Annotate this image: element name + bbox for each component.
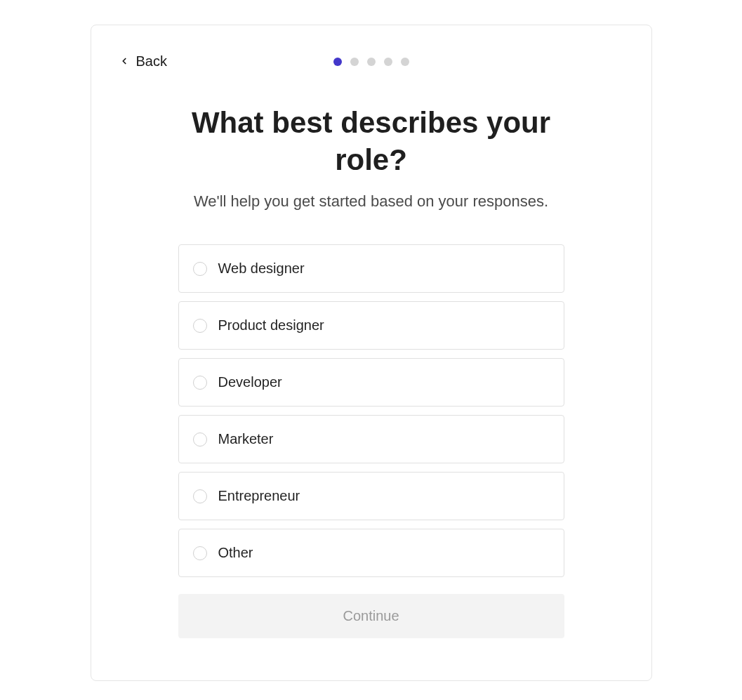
content: What best describes your role? We'll hel… <box>178 105 564 638</box>
option-other[interactable]: Other <box>178 529 564 577</box>
option-developer[interactable]: Developer <box>178 358 564 407</box>
page-subtitle: We'll help you get started based on your… <box>178 192 564 211</box>
progress-dot-1 <box>333 58 342 66</box>
radio-icon <box>193 319 207 333</box>
option-product-designer[interactable]: Product designer <box>178 301 564 350</box>
option-label: Developer <box>218 374 282 390</box>
option-marketer[interactable]: Marketer <box>178 415 564 463</box>
option-web-designer[interactable]: Web designer <box>178 244 564 293</box>
back-label: Back <box>136 53 167 70</box>
option-label: Marketer <box>218 431 274 447</box>
option-label: Web designer <box>218 260 305 277</box>
radio-icon <box>193 432 207 447</box>
progress-dot-5 <box>401 58 409 66</box>
page-title: What best describes your role? <box>178 105 564 178</box>
radio-icon <box>193 546 207 560</box>
chevron-left-icon <box>119 53 129 70</box>
progress-dot-2 <box>350 58 359 66</box>
progress-dot-3 <box>367 58 376 66</box>
radio-icon <box>193 489 207 503</box>
header-row: Back <box>119 53 623 70</box>
role-options: Web designer Product designer Developer … <box>178 244 564 577</box>
back-button[interactable]: Back <box>119 53 167 70</box>
option-label: Product designer <box>218 317 324 334</box>
option-label: Entrepreneur <box>218 488 300 504</box>
radio-icon <box>193 262 207 276</box>
onboarding-card: Back What best describes your role? We'l… <box>91 25 652 681</box>
radio-icon <box>193 376 207 390</box>
continue-button[interactable]: Continue <box>178 594 564 638</box>
progress-indicator <box>333 58 409 66</box>
option-entrepreneur[interactable]: Entrepreneur <box>178 472 564 520</box>
option-label: Other <box>218 545 253 561</box>
progress-dot-4 <box>384 58 392 66</box>
